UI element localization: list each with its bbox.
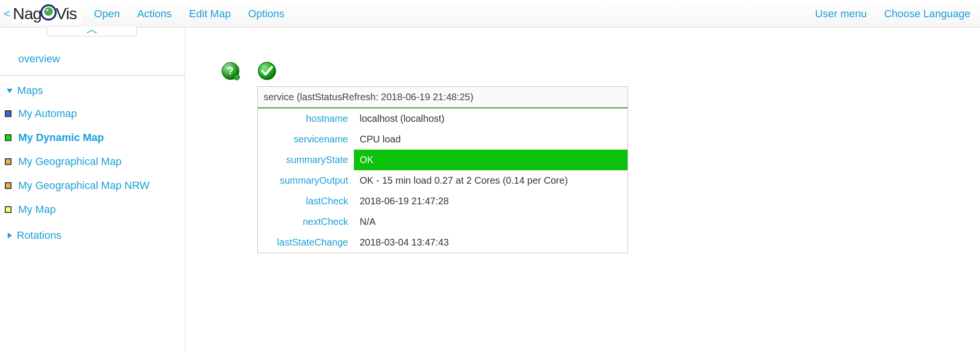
logo-text-vis: Vis — [56, 4, 77, 23]
map-canvas[interactable]: ? service — [185, 28, 980, 352]
status-square-icon — [5, 134, 12, 141]
main-container: overview Maps My Automap My Dynamic Map … — [0, 28, 980, 352]
tooltip-table: hostname localhost (localhost) servicena… — [258, 108, 628, 253]
sidebar-group-rotations[interactable]: Rotations — [0, 224, 185, 246]
sidebar-group-maps[interactable]: Maps — [0, 80, 185, 102]
sidebar-map-label: My Automap — [18, 107, 77, 120]
tooltip-value: CPU load — [354, 129, 628, 150]
main-nav: Open Actions Edit Map Options — [94, 8, 815, 20]
nav-choose-language[interactable]: Choose Language — [884, 8, 970, 20]
sidebar-maps-label: Maps — [17, 84, 43, 97]
tooltip-value: N/A — [354, 211, 628, 232]
tooltip-label: summaryOutput — [258, 170, 354, 191]
tooltip-label: hostname — [258, 108, 354, 129]
tooltip-value: localhost (localhost) — [354, 108, 628, 129]
sidebar-map-my-dynamic-map[interactable]: My Dynamic Map — [0, 126, 185, 150]
back-button[interactable]: < — [4, 8, 10, 20]
nav-edit-map[interactable]: Edit Map — [189, 8, 231, 20]
svg-point-1 — [44, 7, 53, 16]
tooltip-label: lastCheck — [258, 191, 354, 211]
sidebar-map-label: My Geographical Map — [18, 155, 121, 168]
nav-user-menu[interactable]: User menu — [815, 8, 867, 20]
status-square-icon — [5, 110, 12, 117]
sidebar-map-label: My Map — [18, 203, 56, 216]
sidebar-map-label: My Dynamic Map — [18, 131, 104, 144]
tooltip-row-servicename: servicename CPU load — [258, 129, 628, 150]
sidebar-map-my-geographical-map[interactable]: My Geographical Map — [0, 150, 185, 174]
sidebar-divider — [0, 75, 185, 76]
tooltip-label: nextCheck — [258, 211, 354, 232]
status-ok-icon[interactable] — [257, 61, 277, 81]
logo-text-nag: Nag — [13, 4, 41, 23]
sidebar-rotations-label: Rotations — [17, 229, 61, 242]
status-square-icon — [5, 158, 12, 165]
tooltip-label: lastStateChange — [258, 232, 354, 253]
nav-right: User menu Choose Language — [815, 8, 970, 20]
tooltip-label: servicename — [258, 129, 354, 150]
tooltip-row-next-check: nextCheck N/A — [258, 211, 628, 232]
tooltip-row-last-state-change: lastStateChange 2018-03-04 13:47:43 — [258, 232, 628, 253]
status-icons: ? — [221, 61, 980, 81]
chevron-down-icon — [7, 89, 12, 93]
chevron-right-icon — [8, 233, 12, 238]
status-square-icon — [5, 206, 12, 213]
tooltip-title: service (lastStatusRefresh: 2018-06-19 2… — [258, 87, 628, 108]
service-tooltip: service (lastStatusRefresh: 2018-06-19 2… — [257, 86, 628, 253]
status-square-icon — [5, 182, 12, 189]
tooltip-value: OK — [354, 150, 628, 170]
top-header: < Nag Vis Open Actions Edit Map Options … — [0, 0, 980, 28]
sidebar-map-my-automap[interactable]: My Automap — [0, 102, 185, 126]
status-question-icon[interactable]: ? — [221, 61, 240, 81]
logo-orb-icon — [40, 4, 57, 23]
chevron-up-icon — [86, 30, 97, 34]
tooltip-row-hostname: hostname localhost (localhost) — [258, 108, 628, 129]
svg-point-5 — [234, 74, 240, 80]
nav-open[interactable]: Open — [94, 8, 120, 20]
tooltip-value: 2018-06-19 21:47:28 — [354, 191, 628, 211]
tooltip-value: OK - 15 min load 0.27 at 2 Cores (0.14 p… — [354, 170, 628, 191]
svg-point-2 — [46, 9, 48, 11]
tooltip-label: summaryState — [258, 150, 354, 170]
sidebar-map-label: My Geographical Map NRW — [18, 179, 149, 192]
tooltip-row-last-check: lastCheck 2018-06-19 21:47:28 — [258, 191, 628, 211]
sidebar-overview[interactable]: overview — [0, 47, 185, 71]
tooltip-row-summary-output: summaryOutput OK - 15 min load 0.27 at 2… — [258, 170, 628, 191]
sidebar-map-my-map[interactable]: My Map — [0, 198, 185, 222]
sidebar: overview Maps My Automap My Dynamic Map … — [0, 28, 185, 352]
tooltip-row-summary-state: summaryState OK — [258, 150, 628, 170]
sidebar-map-my-geographical-map-nrw[interactable]: My Geographical Map NRW — [0, 174, 185, 198]
sidebar-collapse-toggle[interactable] — [47, 27, 137, 36]
logo[interactable]: Nag Vis — [12, 3, 81, 24]
nav-options[interactable]: Options — [248, 8, 285, 20]
svg-text:?: ? — [227, 65, 233, 77]
tooltip-value: 2018-03-04 13:47:43 — [354, 232, 628, 253]
nav-actions[interactable]: Actions — [137, 8, 172, 20]
